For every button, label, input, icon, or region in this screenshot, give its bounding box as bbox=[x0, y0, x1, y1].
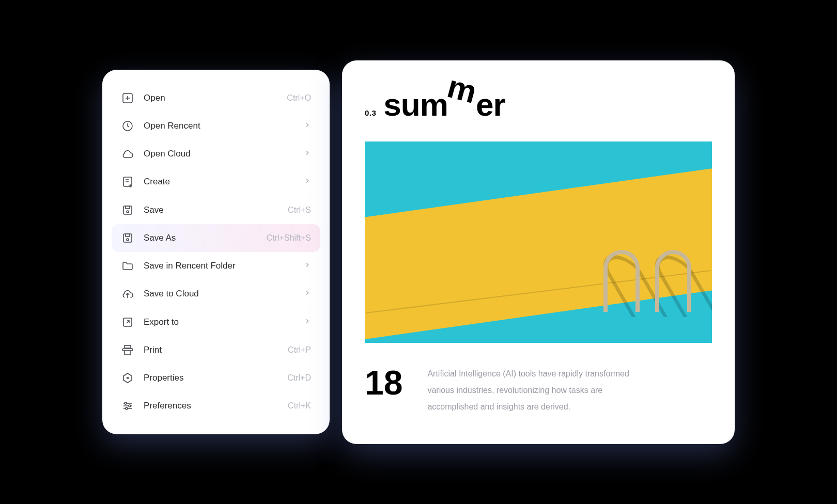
body-text: Artificial Intelligence (AI) tools have … bbox=[427, 366, 644, 415]
menu-item-save-in-rencent-folder[interactable]: Save in Rencent Folder bbox=[112, 252, 320, 280]
print-icon bbox=[121, 343, 134, 357]
heading-index: 0.3 bbox=[365, 108, 376, 117]
svg-point-24 bbox=[125, 402, 127, 404]
menu-item-label: Open Rencent bbox=[144, 121, 295, 131]
menu-item-label: Save bbox=[144, 205, 278, 215]
document-heading: 0.3 summer bbox=[365, 86, 712, 123]
svg-point-25 bbox=[129, 405, 131, 407]
hexagon-icon bbox=[121, 371, 134, 385]
menu-item-save-to-cloud[interactable]: Save to Cloud bbox=[112, 280, 320, 308]
menu-item-open-rencent[interactable]: Open Rencent bbox=[112, 112, 320, 140]
menu-item-open-cloud[interactable]: Open Cloud bbox=[112, 140, 320, 168]
pool-illustration bbox=[365, 141, 712, 343]
menu-item-export-to[interactable]: Export to bbox=[112, 308, 320, 336]
menu-item-label: Properties bbox=[144, 373, 278, 383]
menu-item-label: Export to bbox=[144, 317, 295, 327]
menu-item-shortcut: Ctrl+D bbox=[287, 373, 311, 383]
menu-item-label: Open bbox=[144, 93, 277, 103]
sliders-icon bbox=[121, 399, 134, 413]
save-as-icon bbox=[121, 231, 134, 245]
svg-marker-19 bbox=[123, 373, 132, 383]
document-footer: 18 Artificial Intelligence (AI) tools ha… bbox=[365, 366, 712, 415]
chevron-right-icon bbox=[304, 317, 311, 327]
chevron-right-icon bbox=[304, 261, 311, 271]
menu-item-preferences[interactable]: PreferencesCtrl+K bbox=[112, 392, 320, 420]
menu-item-shortcut: Ctrl+K bbox=[288, 401, 311, 411]
menu-item-shortcut: Ctrl+Shift+S bbox=[267, 233, 311, 243]
chevron-right-icon bbox=[304, 149, 311, 159]
menu-item-print[interactable]: PrintCtrl+P bbox=[112, 336, 320, 364]
menu-item-label: Save As bbox=[144, 233, 257, 243]
svg-point-14 bbox=[127, 239, 129, 241]
export-icon bbox=[121, 316, 134, 329]
cloud-upload-icon bbox=[121, 287, 134, 301]
menu-item-open[interactable]: OpenCtrl+O bbox=[112, 84, 320, 112]
heading-title: summer bbox=[383, 86, 505, 123]
menu-item-shortcut: Ctrl+O bbox=[287, 93, 311, 103]
chevron-right-icon bbox=[304, 121, 311, 131]
cloud-icon bbox=[121, 147, 134, 161]
plus-square-icon bbox=[121, 91, 134, 105]
menu-item-label: Preferences bbox=[144, 401, 278, 411]
chevron-right-icon bbox=[304, 289, 311, 299]
menu-item-properties[interactable]: PropertiesCtrl+D bbox=[112, 364, 320, 392]
svg-rect-18 bbox=[125, 351, 131, 355]
menu-item-label: Print bbox=[144, 345, 278, 355]
menu-item-label: Open Cloud bbox=[144, 149, 295, 159]
page-number: 18 bbox=[365, 366, 402, 400]
menu-item-label: Save in Rencent Folder bbox=[144, 261, 295, 271]
folder-icon bbox=[121, 259, 134, 273]
menu-item-shortcut: Ctrl+S bbox=[288, 206, 311, 215]
menu-item-shortcut: Ctrl+P bbox=[288, 345, 311, 355]
document-preview-panel: 0.3 summer 18 Artificial Intelligence (A… bbox=[342, 60, 735, 444]
clock-icon bbox=[121, 119, 134, 133]
menu-item-save-as[interactable]: Save AsCtrl+Shift+S bbox=[112, 224, 320, 252]
svg-rect-10 bbox=[126, 206, 130, 209]
svg-rect-17 bbox=[125, 345, 131, 348]
menu-item-save[interactable]: SaveCtrl+S bbox=[112, 196, 320, 224]
file-plus-icon bbox=[121, 175, 134, 188]
chevron-right-icon bbox=[304, 177, 311, 187]
svg-point-20 bbox=[127, 377, 129, 379]
save-icon bbox=[121, 203, 134, 217]
menu-item-create[interactable]: Create bbox=[112, 168, 320, 196]
file-menu-panel: OpenCtrl+OOpen RencentOpen CloudCreateSa… bbox=[102, 70, 330, 434]
svg-point-26 bbox=[126, 407, 128, 410]
svg-point-11 bbox=[127, 211, 129, 213]
svg-rect-13 bbox=[126, 234, 130, 237]
menu-item-label: Save to Cloud bbox=[144, 289, 295, 299]
menu-item-label: Create bbox=[144, 177, 295, 187]
